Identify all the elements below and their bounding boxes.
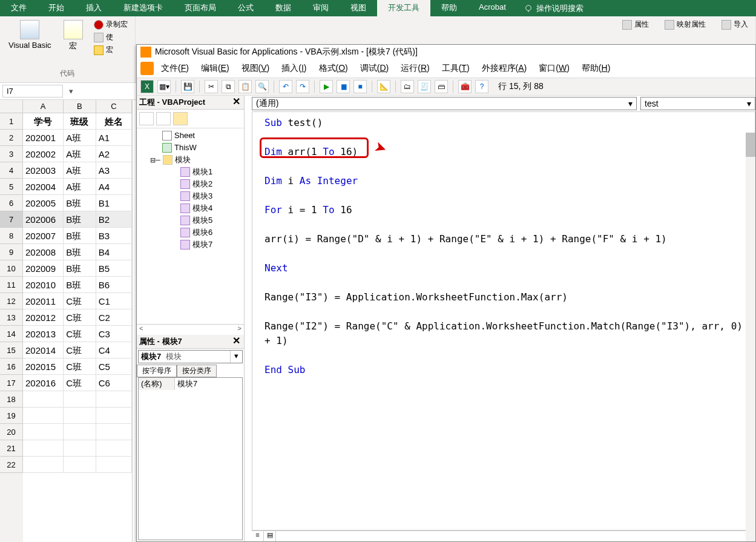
data-cell[interactable]: B班: [64, 244, 96, 260]
data-cell[interactable]: B班: [64, 277, 96, 293]
row-head[interactable]: 1: [0, 113, 23, 130]
project-hscroll[interactable]: <>: [137, 324, 244, 335]
row-head[interactable]: 3: [0, 146, 23, 162]
data-cell[interactable]: [96, 440, 132, 457]
row-head[interactable]: 14: [0, 326, 23, 342]
record-macro-button[interactable]: 录制宏: [91, 19, 130, 30]
props-name-value[interactable]: 模块7: [175, 378, 242, 390]
row-head[interactable]: 6: [0, 195, 23, 211]
data-cell[interactable]: B2: [96, 211, 132, 228]
data-cell[interactable]: C班: [64, 326, 96, 342]
relative-refs-button[interactable]: 使: [91, 31, 130, 43]
data-cell[interactable]: 202004: [23, 179, 64, 195]
toolbox-button[interactable]: 🧰: [458, 80, 472, 93]
data-cell[interactable]: A3: [96, 162, 132, 179]
data-cell[interactable]: C4: [96, 342, 132, 359]
data-cell[interactable]: A2: [96, 146, 132, 162]
vbe-menu-a[interactable]: 外接程序(A): [476, 62, 533, 75]
row-head[interactable]: 12: [0, 293, 23, 309]
col-head-a[interactable]: A: [23, 100, 64, 113]
data-cell[interactable]: C班: [64, 375, 96, 391]
tab-help[interactable]: 帮助: [430, 0, 468, 16]
undo-button[interactable]: ↶: [279, 80, 292, 93]
tab-formulas[interactable]: 公式: [227, 0, 265, 16]
row-head[interactable]: 16: [0, 359, 23, 375]
tree-sheet-node[interactable]: Sheet: [138, 130, 243, 142]
data-cell[interactable]: 202006: [23, 211, 64, 228]
chevron-down-icon[interactable]: ▾: [747, 99, 751, 108]
properties-button[interactable]: 属性: [620, 19, 651, 30]
data-cell[interactable]: [64, 440, 96, 457]
props-tab-alpha[interactable]: 按字母序: [137, 365, 177, 377]
data-cell[interactable]: 202008: [23, 244, 64, 260]
data-cell[interactable]: [64, 408, 96, 424]
vbe-system-icon[interactable]: [140, 62, 154, 75]
data-cell[interactable]: C5: [96, 359, 132, 375]
row-head[interactable]: 17: [0, 375, 23, 391]
row-head[interactable]: 22: [0, 457, 23, 473]
macros-button[interactable]: 宏: [60, 19, 87, 56]
props-object-dropdown[interactable]: 模块7 模块 ▾: [138, 350, 243, 363]
data-cell[interactable]: C班: [64, 359, 96, 375]
data-cell[interactable]: B班: [64, 228, 96, 244]
tree-modules-folder[interactable]: ⊟─模块: [138, 154, 243, 166]
data-cell[interactable]: C2: [96, 309, 132, 326]
data-cell[interactable]: C班: [64, 342, 96, 359]
row-head[interactable]: 15: [0, 342, 23, 359]
data-cell[interactable]: A班: [64, 130, 96, 146]
row-head[interactable]: 5: [0, 179, 23, 195]
data-cell[interactable]: B班: [64, 195, 96, 211]
vbe-menu-h[interactable]: 帮助(H): [576, 62, 616, 75]
row-head[interactable]: 7: [0, 211, 23, 228]
data-cell[interactable]: 202012: [23, 309, 64, 326]
vbe-menu-r[interactable]: 运行(R): [395, 62, 435, 75]
properties-panel-title[interactable]: 属性 - 模块7 ✕: [137, 335, 244, 349]
tab-acrobat[interactable]: Acrobat: [468, 0, 517, 16]
scrollbar-thumb[interactable]: [746, 133, 755, 157]
row-head[interactable]: 2: [0, 130, 23, 146]
import-button[interactable]: 导入: [719, 19, 751, 30]
code-editor[interactable]: Sub test() Dim arr(1 To 16) Dim i As Int…: [252, 111, 755, 530]
name-box-dropdown[interactable]: ▾: [65, 87, 76, 96]
tree-module-node[interactable]: 模块3: [138, 190, 243, 202]
visual-basic-button[interactable]: Visual Basic: [5, 19, 55, 56]
tab-data[interactable]: 数据: [265, 0, 302, 16]
map-props-button[interactable]: 映射属性: [662, 19, 708, 30]
project-tree[interactable]: Sheet ThisW ⊟─模块 模块1模块2模块3模块4模块5模块6模块7: [137, 128, 244, 324]
data-cell[interactable]: 202001: [23, 130, 64, 146]
data-cell[interactable]: [23, 440, 64, 457]
data-cell[interactable]: [96, 457, 132, 473]
data-cell[interactable]: [64, 424, 96, 440]
data-cell[interactable]: B4: [96, 244, 132, 260]
tab-review[interactable]: 审阅: [302, 0, 340, 16]
data-cell[interactable]: 202014: [23, 342, 64, 359]
vbe-menu-w[interactable]: 窗口(W): [533, 62, 576, 75]
data-cell[interactable]: C1: [96, 293, 132, 309]
data-cell[interactable]: B6: [96, 277, 132, 293]
tab-view[interactable]: 视图: [340, 0, 377, 16]
data-cell[interactable]: A1: [96, 130, 132, 146]
row-head[interactable]: 21: [0, 440, 23, 457]
vbe-menu-f[interactable]: 文件(F): [155, 62, 195, 75]
project-explorer-button[interactable]: 🗂: [401, 80, 414, 93]
tree-module-node[interactable]: 模块6: [138, 226, 243, 239]
full-module-view-button[interactable]: ▤: [264, 531, 276, 541]
data-cell[interactable]: B班: [64, 260, 96, 277]
scroll-left-icon[interactable]: <: [137, 325, 145, 335]
row-head[interactable]: 13: [0, 309, 23, 326]
header-cell[interactable]: 姓名: [96, 113, 132, 130]
redo-button[interactable]: ↷: [296, 80, 309, 93]
props-grid[interactable]: (名称) 模块7: [138, 377, 243, 541]
object-dropdown[interactable]: (通用)▾: [252, 97, 637, 110]
tab-file[interactable]: 文件: [0, 0, 38, 16]
data-cell[interactable]: [23, 391, 64, 408]
tab-home[interactable]: 开始: [38, 0, 75, 16]
tree-thisworkbook-node[interactable]: ThisW: [138, 142, 243, 154]
vbe-menu-d[interactable]: 调试(D): [354, 62, 395, 75]
reset-button[interactable]: ■: [353, 80, 367, 93]
data-cell[interactable]: B1: [96, 195, 132, 211]
data-cell[interactable]: A班: [64, 146, 96, 162]
break-button[interactable]: ▮▮: [337, 80, 350, 93]
cells-grid[interactable]: 学号班级姓名202001A班A1202002A班A2202003A班A32020…: [23, 113, 132, 542]
tree-module-node[interactable]: 模块2: [138, 178, 243, 190]
